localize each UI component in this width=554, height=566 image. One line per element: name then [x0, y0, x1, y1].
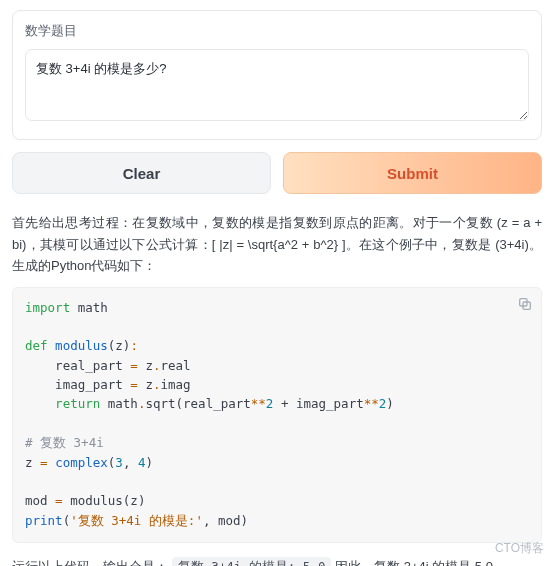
- conclusion-pre: 运行以上代码，输出会是：: [12, 559, 168, 566]
- output-section: 首先给出思考过程：在复数域中，复数的模是指复数到原点的距离。对于一个复数 (z …: [12, 212, 542, 566]
- copy-icon[interactable]: [517, 296, 533, 312]
- conclusion-text: 运行以上代码，输出会是： 复数 3+4i 的模是: 5.0 因此，复数 3+4i…: [12, 557, 542, 566]
- button-row: Clear Submit: [12, 152, 542, 194]
- clear-button[interactable]: Clear: [12, 152, 271, 194]
- conclusion-post: 因此，复数 3+4i 的模是 5.0。: [331, 559, 505, 566]
- code-block: import math def modulus(z): real_part = …: [12, 287, 542, 544]
- submit-button[interactable]: Submit: [283, 152, 542, 194]
- input-label: 数学题目: [25, 21, 529, 41]
- conclusion-inline-code: 复数 3+4i 的模是: 5.0: [172, 557, 332, 566]
- question-input[interactable]: [25, 49, 529, 121]
- code-content: import math def modulus(z): real_part = …: [25, 298, 529, 531]
- input-card: 数学题目: [12, 10, 542, 140]
- thought-text: 首先给出思考过程：在复数域中，复数的模是指复数到原点的距离。对于一个复数 (z …: [12, 212, 542, 276]
